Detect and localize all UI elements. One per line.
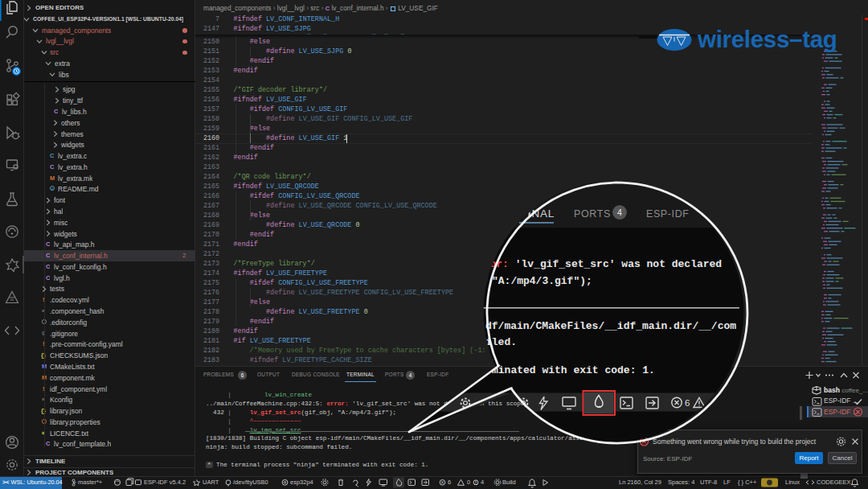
svg-text:wireless–tag: wireless–tag [697, 26, 837, 52]
